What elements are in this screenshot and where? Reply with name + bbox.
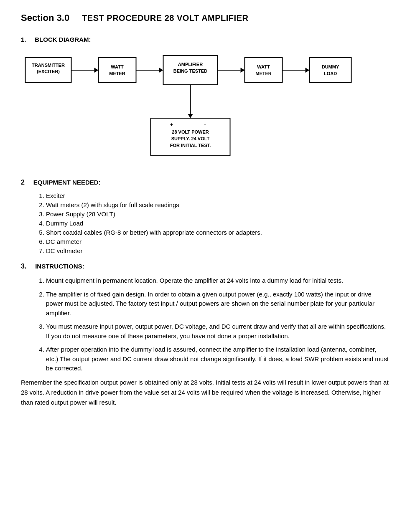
list-item: The amplifier is of fixed gain design. I… [46,290,389,318]
svg-marker-14 [241,68,245,73]
list-item: Dummy Load [46,220,389,227]
list-item: Power Supply (28 VOLT) [46,210,389,218]
svg-text:FOR INITIAL TEST.: FOR INITIAL TEST. [170,143,211,148]
svg-text:WATT: WATT [257,64,270,69]
svg-text:WATT: WATT [111,64,124,69]
svg-text:AMPLIFIER: AMPLIFIER [178,62,203,67]
svg-text:+: + [170,122,173,128]
svg-rect-5 [99,58,136,83]
svg-text:SUPPLY. 24 VOLT: SUPPLY. 24 VOLT [171,136,210,141]
section1: 1. BLOCK DIAGRAM: TRANSMITTER (EXCITER) … [21,36,389,166]
svg-marker-9 [159,68,163,73]
section-title: TEST PROCEDURE 28 VOLT AMPLIFIER [82,13,248,23]
svg-text:BEING TESTED: BEING TESTED [173,68,207,73]
list-item: Watt meters (2) with slugs for full scal… [46,201,389,208]
list-item: Mount equipment in permanent location. O… [46,276,389,286]
final-paragraph: Remember the specification output power … [21,377,389,408]
svg-marker-19 [306,68,310,73]
list-item: DC ammeter [46,238,389,245]
block-diagram-svg: TRANSMITTER (EXCITER) WATT METER AMPLIFI… [21,49,389,166]
svg-marker-4 [94,68,99,73]
svg-marker-24 [188,114,193,118]
section2: 2 EQUIPMENT NEEDED: Exciter Watt meters … [21,179,389,254]
instructions-list: Mount equipment in permanent location. O… [46,276,389,373]
svg-text:-: - [204,122,206,128]
page-header: Section 3.0 TEST PROCEDURE 28 VOLT AMPLI… [21,13,389,23]
svg-rect-20 [310,58,351,83]
svg-text:28 VOLT POWER: 28 VOLT POWER [172,129,209,134]
svg-text:(EXCITER): (EXCITER) [37,69,60,74]
list-item: Exciter [46,192,389,199]
list-item: Short coaxial cables (RG-8 or better) wi… [46,229,389,236]
svg-text:DUMMY: DUMMY [322,64,339,69]
section2-heading: 2 EQUIPMENT NEEDED: [21,179,389,186]
svg-text:LOAD: LOAD [324,71,337,76]
list-item: After proper operation into the dummy lo… [46,345,389,373]
block-diagram: TRANSMITTER (EXCITER) WATT METER AMPLIFI… [21,49,389,166]
section3: 3. INSTRUCTIONS: Mount equipment in perm… [21,263,389,408]
svg-rect-15 [245,58,283,83]
section1-heading: 1. BLOCK DIAGRAM: [21,36,389,43]
section-label: Section 3.0 [21,13,69,23]
list-item: DC voltmeter [46,247,389,254]
equipment-list: Exciter Watt meters (2) with slugs for f… [46,192,389,254]
svg-text:TRANSMITTER: TRANSMITTER [32,63,65,68]
svg-text:METER: METER [255,71,272,76]
section3-heading: 3. INSTRUCTIONS: [21,263,389,270]
svg-text:METER: METER [109,71,125,76]
list-item: You must measure input power, output pow… [46,322,389,341]
